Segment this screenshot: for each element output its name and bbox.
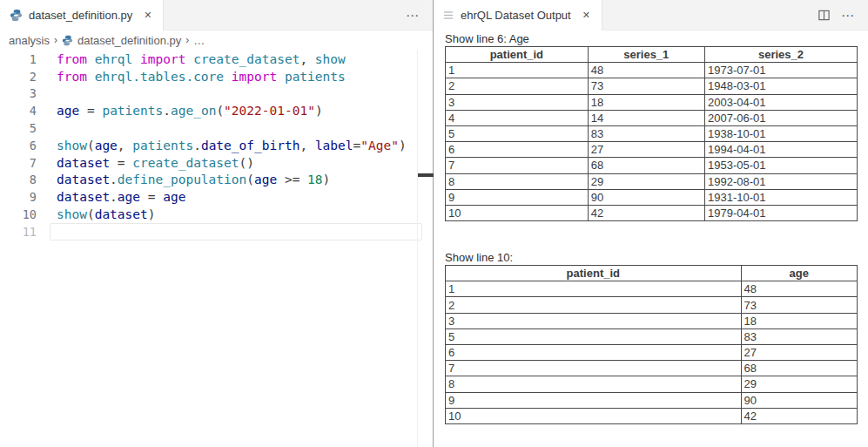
- breadcrumb-item-analysis[interactable]: analysis: [9, 34, 50, 47]
- table-row: 6271994-04-01: [446, 142, 858, 158]
- right-tabbar: ehrQL Dataset Output ✕ ⋯: [434, 0, 868, 30]
- overview-ruler[interactable]: [417, 50, 433, 447]
- code-line[interactable]: 9dataset.age = age: [0, 188, 433, 206]
- table-cell: 8: [446, 376, 742, 392]
- code-line[interactable]: 1from ehrql import create_dataset, show: [0, 51, 433, 68]
- table-row: 9901931-10-01: [446, 189, 858, 205]
- code-line[interactable]: 10show(dataset): [0, 206, 433, 223]
- code-text: age = patients.age_on("2022-01-01"): [57, 104, 323, 118]
- table-row: 1042: [446, 408, 858, 423]
- breadcrumb-item-symbols[interactable]: …: [193, 34, 205, 47]
- table-row: 627: [446, 345, 858, 361]
- line-number: 5: [0, 121, 37, 135]
- code-line[interactable]: 4age = patients.age_on("2022-01-01"): [0, 102, 433, 119]
- table-cell: 3: [446, 94, 589, 110]
- table-row: 2731948-03-01: [446, 78, 858, 94]
- table-cell: 83: [588, 125, 704, 141]
- tab-dataset-definition[interactable]: dataset_definition.py ✕: [0, 0, 164, 30]
- table-row: 768: [446, 361, 858, 376]
- table-cell: 18: [741, 313, 857, 328]
- table-cell: 6: [446, 142, 589, 158]
- table-cell: 1979-04-01: [704, 205, 857, 220]
- table-cell: 27: [741, 345, 857, 361]
- table-cell: 29: [741, 376, 857, 392]
- line-number: 9: [0, 190, 37, 204]
- code-text: from ehrql.tables.core import patients: [57, 70, 346, 84]
- table-cell: 42: [741, 408, 857, 423]
- column-header: patient_id: [446, 266, 742, 281]
- tab-ehrql-dataset-output[interactable]: ehrQL Dataset Output ✕: [434, 0, 602, 30]
- output-table: patient_idseries_1series_21481973-07-012…: [445, 46, 858, 221]
- breadcrumb-item-file[interactable]: dataset_definition.py: [77, 34, 181, 47]
- table-cell: 1973-07-01: [704, 63, 857, 78]
- table-cell: 90: [741, 392, 857, 408]
- column-header: age: [741, 266, 857, 281]
- table-cell: 73: [741, 297, 857, 313]
- line-number: 11: [0, 225, 37, 239]
- code-text: from ehrql import create_dataset, show: [57, 52, 346, 66]
- table-row: 583: [446, 328, 858, 344]
- code-line[interactable]: 5: [0, 119, 433, 137]
- python-icon: [62, 35, 73, 46]
- breadcrumb: analysis › dataset_definition.py › …: [0, 30, 433, 50]
- cursor-decoration: [418, 173, 434, 177]
- table-cell: 83: [741, 328, 857, 344]
- ehrql-output-webview: Show line 6: Agepatient_idseries_1series…: [434, 30, 868, 424]
- table-cell: 1953-05-01: [704, 158, 857, 173]
- line-number: 10: [0, 207, 37, 221]
- table-cell: 7: [446, 158, 589, 173]
- line-number: 7: [0, 156, 37, 170]
- table-cell: 42: [588, 205, 704, 220]
- python-icon: [10, 9, 23, 22]
- line-number: 2: [0, 70, 37, 84]
- code-line[interactable]: 6show(age, patients.date_of_birth, label…: [0, 137, 433, 154]
- table-cell: 14: [588, 110, 704, 125]
- chevron-right-icon: ›: [185, 34, 189, 46]
- code-text: dataset = create_dataset(): [57, 156, 254, 170]
- line-number: 1: [0, 52, 37, 66]
- line-number: 4: [0, 104, 37, 118]
- close-icon[interactable]: ✕: [142, 9, 153, 22]
- line-number: 8: [0, 173, 37, 186]
- table-cell: 1: [446, 63, 589, 78]
- editor-group-right: ehrQL Dataset Output ✕ ⋯ Show line 6: Ag…: [434, 0, 868, 447]
- output-heading: Show line 6: Age: [445, 32, 858, 45]
- code-text: show(dataset): [57, 207, 156, 221]
- more-actions-icon[interactable]: ⋯: [841, 9, 855, 22]
- table-row: 273: [446, 297, 858, 313]
- table-cell: 73: [588, 78, 704, 94]
- table-cell: 10: [446, 408, 742, 423]
- code-line[interactable]: 7dataset = create_dataset(): [0, 154, 433, 172]
- code-editor[interactable]: 1from ehrql import create_dataset, show2…: [0, 50, 433, 447]
- close-icon[interactable]: ✕: [581, 9, 592, 22]
- table-cell: 48: [741, 281, 857, 297]
- code-text: dataset.define_population(age >= 18): [57, 173, 330, 186]
- code-text: show(age, patients.date_of_birth, label=…: [57, 139, 407, 152]
- table-cell: 4: [446, 110, 589, 125]
- table-cell: 1994-04-01: [704, 142, 857, 158]
- table-cell: 2: [446, 297, 742, 313]
- table-row: 4142007-06-01: [446, 110, 858, 125]
- code-line[interactable]: 2from ehrql.tables.core import patients: [0, 68, 433, 85]
- table-row: 10421979-04-01: [446, 205, 858, 220]
- code-line[interactable]: 8dataset.define_population(age >= 18): [0, 172, 433, 189]
- table-cell: 48: [588, 63, 704, 78]
- table-cell: 18: [588, 94, 704, 110]
- table-cell: 1: [446, 281, 742, 297]
- table-cell: 8: [446, 173, 589, 189]
- column-header: series_2: [704, 47, 857, 63]
- table-cell: 29: [588, 173, 704, 189]
- output-heading: Show line 10:: [445, 251, 858, 264]
- code-line[interactable]: 3: [0, 85, 433, 103]
- more-actions-icon[interactable]: ⋯: [406, 9, 420, 22]
- current-line-highlight: [50, 223, 422, 240]
- split-editor-icon[interactable]: [818, 9, 831, 22]
- table-row: 5831938-10-01: [446, 125, 858, 141]
- code-text: dataset.age = age: [57, 190, 185, 204]
- chevron-right-icon: ›: [54, 34, 57, 46]
- table-cell: 68: [588, 158, 704, 173]
- left-editor-actions: ⋯: [406, 0, 433, 30]
- table-cell: 27: [588, 142, 704, 158]
- table-header-row: patient_idseries_1series_2: [446, 47, 858, 63]
- table-cell: 90: [588, 189, 704, 205]
